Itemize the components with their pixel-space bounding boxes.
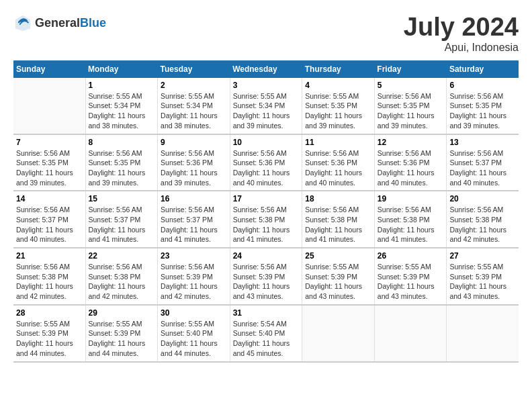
day-info: Sunrise: 5:55 AMSunset: 5:34 PMDaylight:… — [89, 91, 155, 131]
daylight-text: Daylight: 11 hours — [449, 282, 506, 290]
title-block: July 2024 Apui, Indonesia — [404, 13, 519, 54]
calendar-cell: 29Sunrise: 5:55 AMSunset: 5:39 PMDayligh… — [85, 305, 158, 362]
sunrise-text: Sunrise: 5:56 AM — [233, 205, 287, 214]
day-number: 23 — [161, 251, 227, 261]
day-number: 29 — [89, 308, 155, 318]
sunrise-text: Sunrise: 5:56 AM — [89, 205, 142, 214]
day-number: 8 — [89, 138, 155, 147]
calendar-cell: 8Sunrise: 5:56 AMSunset: 5:35 PMDaylight… — [85, 134, 158, 191]
daylight-minutes-text: and 41 minutes. — [233, 235, 283, 243]
calendar-cell: 12Sunrise: 5:56 AMSunset: 5:36 PMDayligh… — [374, 134, 447, 191]
daylight-minutes-text: and 41 minutes. — [89, 235, 139, 243]
calendar-cell — [13, 78, 85, 134]
week-row-4: 21Sunrise: 5:56 AMSunset: 5:38 PMDayligh… — [13, 248, 519, 305]
daylight-text: Daylight: 11 hours — [233, 226, 290, 234]
daylight-text: Daylight: 11 hours — [161, 169, 218, 177]
calendar-cell: 25Sunrise: 5:55 AMSunset: 5:39 PMDayligh… — [302, 248, 375, 305]
sunset-text: Sunset: 5:40 PM — [233, 329, 285, 337]
sunrise-text: Sunrise: 5:56 AM — [449, 149, 503, 157]
calendar-cell: 27Sunrise: 5:55 AMSunset: 5:39 PMDayligh… — [447, 248, 519, 305]
daylight-minutes-text: and 40 minutes. — [305, 179, 355, 187]
sunset-text: Sunset: 5:39 PM — [449, 273, 502, 281]
calendar-cell: 30Sunrise: 5:55 AMSunset: 5:40 PMDayligh… — [158, 305, 230, 362]
page-header: GeneralBlue July 2024 Apui, Indonesia — [13, 13, 519, 54]
daylight-minutes-text: and 40 minutes. — [378, 179, 428, 187]
daylight-minutes-text: and 39 minutes. — [449, 122, 500, 130]
sunrise-text: Sunrise: 5:55 AM — [449, 263, 503, 271]
day-info: Sunrise: 5:55 AMSunset: 5:39 PMDaylight:… — [305, 262, 371, 302]
calendar-cell: 9Sunrise: 5:56 AMSunset: 5:36 PMDaylight… — [158, 134, 230, 191]
day-number: 16 — [161, 194, 227, 203]
day-number: 6 — [449, 81, 516, 90]
sunrise-text: Sunrise: 5:56 AM — [161, 263, 214, 271]
daylight-minutes-text: and 39 minutes. — [89, 179, 139, 187]
sunset-text: Sunset: 5:36 PM — [233, 158, 285, 167]
column-header-friday: Friday — [374, 60, 447, 78]
calendar-cell: 14Sunrise: 5:56 AMSunset: 5:37 PMDayligh… — [13, 191, 85, 248]
sunrise-text: Sunrise: 5:55 AM — [378, 263, 431, 271]
daylight-text: Daylight: 11 hours — [16, 169, 73, 177]
sunset-text: Sunset: 5:34 PM — [233, 101, 285, 109]
sunrise-text: Sunrise: 5:56 AM — [305, 149, 359, 157]
week-row-2: 7Sunrise: 5:56 AMSunset: 5:35 PMDaylight… — [13, 134, 519, 191]
sunset-text: Sunset: 5:35 PM — [378, 101, 430, 109]
calendar-cell: 7Sunrise: 5:56 AMSunset: 5:35 PMDaylight… — [13, 134, 85, 191]
sunset-text: Sunset: 5:40 PM — [161, 329, 213, 337]
day-number: 28 — [16, 308, 83, 318]
day-info: Sunrise: 5:55 AMSunset: 5:39 PMDaylight:… — [378, 262, 444, 302]
sunrise-text: Sunrise: 5:56 AM — [449, 92, 503, 100]
daylight-text: Daylight: 11 hours — [449, 169, 506, 177]
day-info: Sunrise: 5:56 AMSunset: 5:38 PMDaylight:… — [378, 205, 444, 244]
day-number: 5 — [378, 81, 444, 90]
sunset-text: Sunset: 5:37 PM — [89, 216, 141, 224]
sunrise-text: Sunrise: 5:56 AM — [378, 92, 431, 100]
day-info: Sunrise: 5:56 AMSunset: 5:37 PMDaylight:… — [161, 205, 227, 244]
daylight-text: Daylight: 11 hours — [161, 111, 218, 120]
daylight-text: Daylight: 11 hours — [449, 226, 506, 234]
sunrise-text: Sunrise: 5:56 AM — [161, 149, 214, 157]
daylight-text: Daylight: 11 hours — [378, 169, 435, 177]
daylight-minutes-text: and 40 minutes. — [233, 179, 283, 187]
day-info: Sunrise: 5:56 AMSunset: 5:38 PMDaylight:… — [16, 262, 83, 302]
day-info: Sunrise: 5:55 AMSunset: 5:39 PMDaylight:… — [16, 319, 83, 359]
daylight-text: Daylight: 11 hours — [161, 226, 218, 234]
day-number: 17 — [233, 194, 300, 203]
main-title: July 2024 — [404, 13, 519, 42]
day-number: 11 — [305, 138, 371, 147]
day-number: 19 — [378, 194, 444, 203]
daylight-text: Daylight: 11 hours — [305, 111, 362, 120]
sunset-text: Sunset: 5:34 PM — [161, 101, 213, 109]
day-info: Sunrise: 5:56 AMSunset: 5:38 PMDaylight:… — [305, 205, 371, 244]
sunrise-text: Sunrise: 5:56 AM — [89, 263, 142, 271]
daylight-text: Daylight: 11 hours — [16, 282, 73, 290]
logo-icon — [13, 13, 32, 32]
sunset-text: Sunset: 5:36 PM — [161, 158, 213, 167]
daylight-minutes-text: and 44 minutes. — [89, 349, 139, 357]
calendar-cell: 19Sunrise: 5:56 AMSunset: 5:38 PMDayligh… — [374, 191, 447, 248]
calendar-cell: 28Sunrise: 5:55 AMSunset: 5:39 PMDayligh… — [13, 305, 85, 362]
sunrise-text: Sunrise: 5:56 AM — [89, 149, 142, 157]
daylight-minutes-text: and 39 minutes. — [233, 122, 283, 130]
calendar-cell: 20Sunrise: 5:56 AMSunset: 5:38 PMDayligh… — [447, 191, 519, 248]
day-info: Sunrise: 5:56 AMSunset: 5:38 PMDaylight:… — [449, 205, 516, 244]
day-number: 30 — [161, 308, 227, 318]
sunrise-text: Sunrise: 5:54 AM — [233, 320, 287, 328]
day-number: 21 — [16, 251, 83, 261]
calendar-cell: 22Sunrise: 5:56 AMSunset: 5:38 PMDayligh… — [85, 248, 158, 305]
logo-blue: Blue — [80, 16, 106, 30]
daylight-minutes-text: and 39 minutes. — [16, 179, 66, 187]
day-info: Sunrise: 5:56 AMSunset: 5:39 PMDaylight:… — [161, 262, 227, 302]
day-info: Sunrise: 5:56 AMSunset: 5:38 PMDaylight:… — [233, 205, 300, 244]
daylight-text: Daylight: 11 hours — [16, 226, 73, 234]
logo-text: GeneralBlue — [35, 16, 106, 30]
daylight-minutes-text: and 39 minutes. — [378, 122, 428, 130]
daylight-minutes-text: and 39 minutes. — [161, 179, 211, 187]
daylight-text: Daylight: 11 hours — [449, 111, 506, 120]
day-number: 4 — [305, 81, 371, 90]
calendar-cell: 17Sunrise: 5:56 AMSunset: 5:38 PMDayligh… — [230, 191, 302, 248]
calendar-cell: 2Sunrise: 5:55 AMSunset: 5:34 PMDaylight… — [158, 78, 230, 134]
day-number: 25 — [305, 251, 371, 261]
sunrise-text: Sunrise: 5:56 AM — [233, 263, 287, 271]
daylight-text: Daylight: 11 hours — [305, 226, 362, 234]
day-info: Sunrise: 5:56 AMSunset: 5:35 PMDaylight:… — [378, 91, 444, 131]
